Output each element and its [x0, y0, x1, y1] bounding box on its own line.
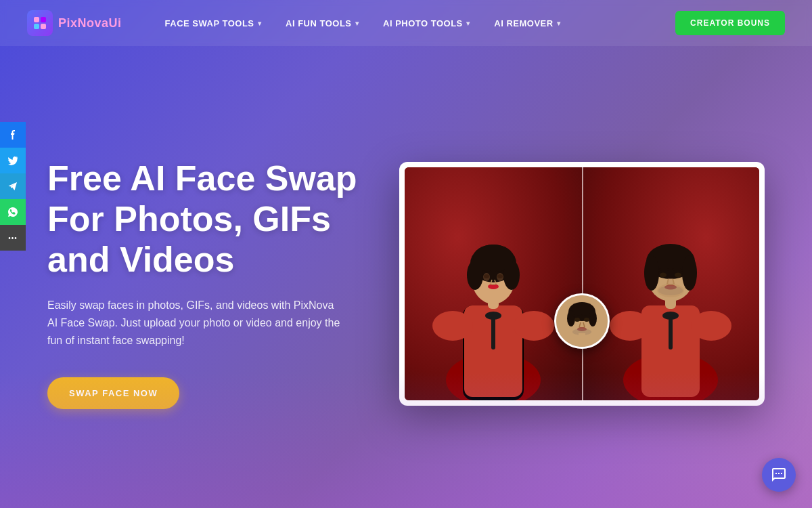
svg-point-36: [660, 273, 667, 278]
svg-point-33: [644, 255, 659, 291]
photo-divider: [582, 167, 583, 400]
svg-point-17: [473, 245, 514, 272]
face-swap-source-circle: [554, 293, 610, 349]
more-share-button[interactable]: •••: [0, 225, 26, 251]
chevron-down-icon: ▾: [466, 20, 470, 27]
chevron-down-icon: ▾: [557, 20, 561, 27]
logo[interactable]: PixNovaUi: [27, 10, 122, 36]
svg-point-28: [610, 311, 650, 341]
svg-point-21: [497, 274, 503, 278]
hero-content: Free AI Face Swap For Photos, GIFs and V…: [41, 158, 392, 409]
creator-bouns-button[interactable]: CREATOR BOUNS: [675, 11, 785, 35]
nav-ai-fun-tools[interactable]: AI FUN TOOLS ▾: [276, 13, 368, 34]
hero-section: Free AI Face Swap For Photos, GIFs and V…: [0, 46, 812, 508]
whatsapp-share-button[interactable]: [0, 199, 26, 225]
chevron-down-icon: ▾: [258, 20, 262, 27]
swap-face-now-button[interactable]: SWAP FACE NOW: [47, 377, 179, 409]
hero-description: Easily swap faces in photos, GIFs, and v…: [47, 297, 345, 350]
telegram-share-button[interactable]: [0, 173, 26, 199]
chat-support-button[interactable]: [762, 458, 796, 492]
svg-point-10: [432, 311, 473, 341]
swapped-photo: [582, 167, 760, 400]
svg-rect-27: [669, 316, 673, 350]
svg-point-29: [691, 311, 731, 341]
svg-point-20: [484, 274, 489, 278]
facebook-share-button[interactable]: [0, 122, 26, 148]
svg-point-34: [682, 255, 697, 291]
nav-items: FACE SWAP TOOLS ▾ AI FUN TOOLS ▾ AI PHOT…: [156, 13, 676, 34]
nav-face-swap-tools[interactable]: FACE SWAP TOOLS ▾: [156, 13, 271, 34]
face-swap-demo-inner: [405, 167, 759, 400]
svg-point-43: [567, 310, 575, 326]
svg-rect-2: [34, 24, 39, 29]
svg-point-46: [584, 318, 589, 322]
svg-point-39: [658, 286, 683, 295]
navbar: PixNovaUi FACE SWAP TOOLS ▾ AI FUN TOOLS…: [0, 0, 812, 46]
svg-point-44: [589, 310, 597, 326]
svg-rect-3: [41, 24, 46, 29]
logo-icon: [27, 10, 53, 36]
social-sidebar: •••: [0, 122, 26, 251]
twitter-share-button[interactable]: [0, 148, 26, 173]
hero-title: Free AI Face Swap For Photos, GIFs and V…: [47, 158, 392, 280]
svg-rect-49: [579, 333, 585, 347]
original-woman-portrait: [415, 170, 571, 400]
hero-image-area: [392, 162, 771, 406]
nav-ai-photo-tools[interactable]: AI PHOTO TOOLS ▾: [374, 13, 479, 34]
svg-rect-1: [41, 17, 46, 22]
svg-point-11: [514, 311, 554, 341]
chevron-down-icon: ▾: [355, 20, 359, 27]
swapped-woman-portrait: [593, 170, 748, 400]
logo-text: PixNovaUi: [58, 16, 122, 30]
svg-point-37: [675, 273, 681, 278]
svg-rect-0: [34, 17, 39, 22]
face-swap-demo-frame: [399, 162, 765, 406]
original-photo: [405, 167, 582, 400]
nav-ai-remover[interactable]: AI REMOVER ▾: [484, 13, 570, 34]
svg-point-45: [574, 318, 580, 322]
brand-prefix: PixNova: [58, 16, 109, 30]
brand-suffix: Ui: [109, 16, 122, 30]
svg-rect-9: [491, 316, 495, 350]
